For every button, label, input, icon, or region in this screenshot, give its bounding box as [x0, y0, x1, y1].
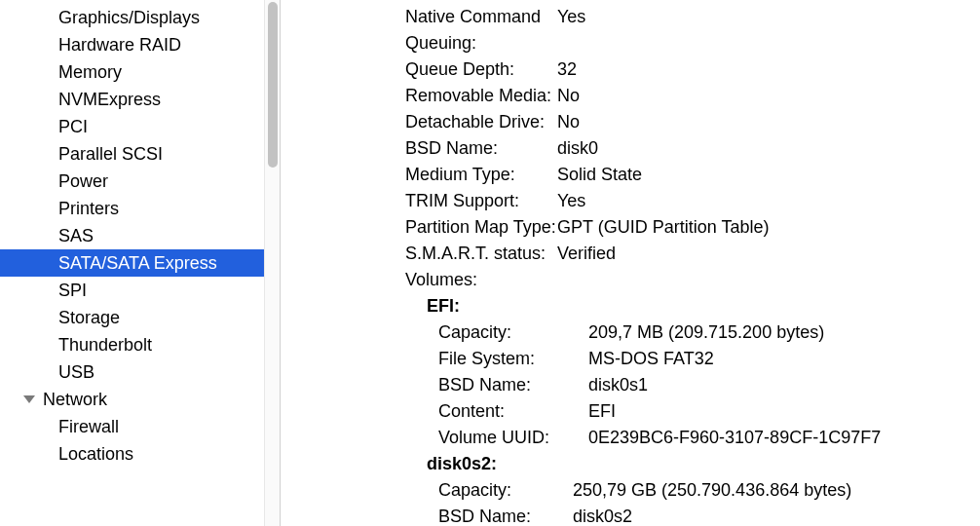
volume-header-efi: EFI:	[281, 293, 980, 319]
sidebar-item-storage[interactable]: Storage	[0, 304, 280, 331]
property-value: EFI	[588, 398, 980, 425]
sidebar-item-parallel-scsi[interactable]: Parallel SCSI	[0, 140, 280, 168]
property-row: Removable Media: No	[281, 83, 980, 109]
property-label: Content:	[281, 398, 588, 425]
sidebar-item-power[interactable]: Power	[0, 168, 280, 195]
property-row: Capacity: 209,7 MB (209.715.200 bytes)	[281, 319, 980, 346]
property-value: 0E239BC6-F960-3107-89CF-1C97F7	[588, 425, 980, 451]
property-label: Medium Type:	[281, 162, 557, 188]
property-value: No	[557, 109, 980, 135]
property-label: BSD Name:	[281, 135, 557, 162]
property-value: Solid State	[557, 162, 980, 188]
sidebar-category-network[interactable]: Network	[0, 386, 280, 413]
property-label: BSD Name:	[281, 504, 573, 526]
sidebar-category-label: Network	[43, 390, 107, 410]
sidebar-item-nvmexpress[interactable]: NVMExpress	[0, 86, 280, 113]
property-row: Queue Depth: 32	[281, 56, 980, 83]
property-value: Yes	[557, 188, 980, 214]
property-value: GPT (GUID Partition Table)	[557, 214, 980, 241]
sidebar-item-usb[interactable]: USB	[0, 358, 280, 386]
property-row: Native Command Queuing: Yes	[281, 4, 980, 56]
property-value: 32	[557, 56, 980, 83]
property-row: Medium Type: Solid State	[281, 162, 980, 188]
property-label: Partition Map Type:	[281, 214, 557, 241]
property-value: MS-DOS FAT32	[588, 346, 980, 372]
property-row: File System: MS-DOS FAT32	[281, 346, 980, 372]
sidebar-item-hardware-raid[interactable]: Hardware RAID	[0, 31, 280, 58]
sidebar-item-sas[interactable]: SAS	[0, 222, 280, 249]
property-row: Content: EFI	[281, 398, 980, 425]
sidebar: Graphics/Displays Hardware RAID Memory N…	[0, 0, 281, 526]
sidebar-item-thunderbolt[interactable]: Thunderbolt	[0, 331, 280, 358]
property-label: Queue Depth:	[281, 56, 557, 83]
property-row: BSD Name: disk0s2	[281, 504, 980, 526]
property-row: Partition Map Type: GPT (GUID Partition …	[281, 214, 980, 241]
property-label: TRIM Support:	[281, 188, 557, 214]
property-label: Native Command Queuing:	[281, 4, 557, 56]
sidebar-item-memory[interactable]: Memory	[0, 58, 280, 86]
sidebar-item-locations[interactable]: Locations	[0, 440, 280, 468]
sidebar-item-firewall[interactable]: Firewall	[0, 413, 280, 440]
property-label: Volume UUID:	[281, 425, 588, 451]
property-row: TRIM Support: Yes	[281, 188, 980, 214]
property-row: BSD Name: disk0	[281, 135, 980, 162]
property-value: Verified	[557, 241, 980, 267]
property-value: 209,7 MB (209.715.200 bytes)	[588, 319, 980, 346]
property-value: disk0s1	[588, 372, 980, 398]
property-label: Removable Media:	[281, 83, 557, 109]
sidebar-item-graphics-displays[interactable]: Graphics/Displays	[0, 4, 280, 31]
property-label: BSD Name:	[281, 372, 588, 398]
disclosure-triangle-icon	[23, 395, 35, 403]
property-row: S.M.A.R.T. status: Verified	[281, 241, 980, 267]
property-label: File System:	[281, 346, 588, 372]
property-row: Volume UUID: 0E239BC6-F960-3107-89CF-1C9…	[281, 425, 980, 451]
property-value: 250,79 GB (250.790.436.864 bytes)	[573, 477, 980, 504]
sidebar-item-spi[interactable]: SPI	[0, 277, 280, 304]
detail-pane: Native Command Queuing: Yes Queue Depth:…	[281, 0, 980, 526]
scrollbar-thumb[interactable]	[268, 2, 278, 168]
volumes-label: Volumes:	[281, 267, 980, 293]
property-value: Yes	[557, 4, 980, 56]
sidebar-scrollbar[interactable]	[264, 0, 280, 526]
property-value: disk0	[557, 135, 980, 162]
sidebar-item-printers[interactable]: Printers	[0, 195, 280, 222]
property-label: Detachable Drive:	[281, 109, 557, 135]
property-value: No	[557, 83, 980, 109]
sidebar-item-pci[interactable]: PCI	[0, 113, 280, 140]
property-row: BSD Name: disk0s1	[281, 372, 980, 398]
sidebar-item-sata[interactable]: SATA/SATA Express	[0, 249, 280, 277]
property-row: Capacity: 250,79 GB (250.790.436.864 byt…	[281, 477, 980, 504]
property-value: disk0s2	[573, 504, 980, 526]
property-label: Capacity:	[281, 319, 588, 346]
property-row: Detachable Drive: No	[281, 109, 980, 135]
property-label: Capacity:	[281, 477, 573, 504]
property-label: S.M.A.R.T. status:	[281, 241, 557, 267]
volume-header-disk0s2: disk0s2:	[281, 451, 980, 477]
